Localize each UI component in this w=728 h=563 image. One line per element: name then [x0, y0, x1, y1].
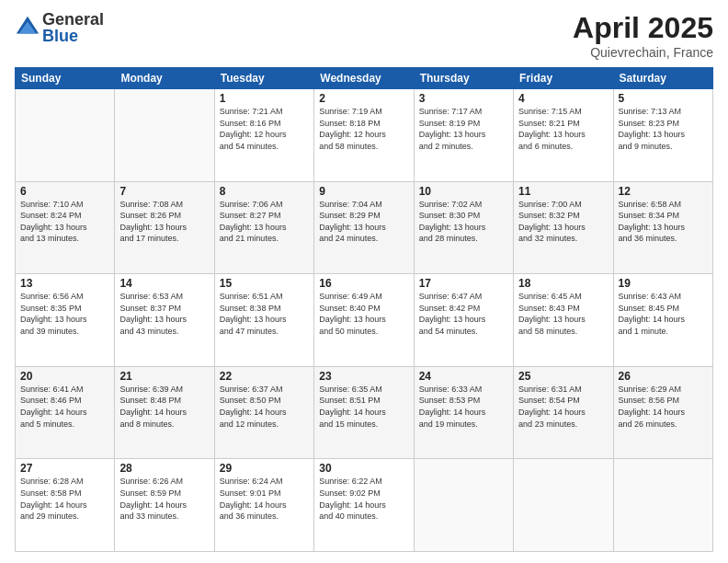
calendar-week-3: 13Sunrise: 6:56 AM Sunset: 8:35 PM Dayli… — [16, 274, 713, 367]
calendar-cell — [514, 459, 613, 552]
calendar-cell — [115, 89, 214, 182]
header-row: Sunday Monday Tuesday Wednesday Thursday… — [16, 68, 713, 89]
day-number: 7 — [119, 185, 209, 198]
calendar-cell: 10Sunrise: 7:02 AM Sunset: 8:30 PM Dayli… — [414, 181, 513, 274]
logo: General Blue — [15, 11, 104, 44]
day-info: Sunrise: 6:37 AM Sunset: 8:50 PM Dayligh… — [220, 384, 309, 430]
logo-icon — [15, 15, 40, 40]
day-info: Sunrise: 7:17 AM Sunset: 8:19 PM Dayligh… — [419, 106, 508, 152]
calendar-cell: 29Sunrise: 6:24 AM Sunset: 9:01 PM Dayli… — [214, 459, 313, 552]
day-info: Sunrise: 7:02 AM Sunset: 8:30 PM Dayligh… — [419, 199, 508, 245]
calendar-cell: 19Sunrise: 6:43 AM Sunset: 8:45 PM Dayli… — [613, 274, 712, 367]
col-thursday: Thursday — [414, 68, 513, 89]
location: Quievrechain, France — [573, 45, 713, 60]
calendar-cell: 21Sunrise: 6:39 AM Sunset: 8:48 PM Dayli… — [115, 366, 214, 459]
day-info: Sunrise: 7:10 AM Sunset: 8:24 PM Dayligh… — [20, 199, 109, 245]
calendar-table: Sunday Monday Tuesday Wednesday Thursday… — [15, 67, 713, 552]
day-info: Sunrise: 6:41 AM Sunset: 8:46 PM Dayligh… — [20, 384, 109, 430]
day-number: 5 — [619, 92, 708, 105]
calendar-cell: 14Sunrise: 6:53 AM Sunset: 8:37 PM Dayli… — [115, 274, 214, 367]
day-info: Sunrise: 7:08 AM Sunset: 8:26 PM Dayligh… — [119, 199, 209, 245]
day-number: 18 — [518, 277, 608, 290]
day-number: 14 — [119, 277, 209, 290]
day-number: 9 — [319, 185, 408, 198]
logo-text: General Blue — [42, 11, 104, 44]
day-number: 8 — [220, 185, 309, 198]
day-number: 3 — [419, 92, 508, 105]
day-number: 24 — [419, 370, 508, 383]
calendar-cell: 28Sunrise: 6:26 AM Sunset: 8:59 PM Dayli… — [115, 459, 214, 552]
day-info: Sunrise: 6:31 AM Sunset: 8:54 PM Dayligh… — [518, 384, 608, 430]
day-info: Sunrise: 6:51 AM Sunset: 8:38 PM Dayligh… — [220, 291, 309, 337]
day-info: Sunrise: 6:53 AM Sunset: 8:37 PM Dayligh… — [119, 291, 209, 337]
calendar-cell: 6Sunrise: 7:10 AM Sunset: 8:24 PM Daylig… — [16, 181, 115, 274]
calendar-cell: 12Sunrise: 6:58 AM Sunset: 8:34 PM Dayli… — [613, 181, 712, 274]
day-number: 28 — [119, 462, 209, 475]
day-number: 6 — [20, 185, 109, 198]
day-info: Sunrise: 6:49 AM Sunset: 8:40 PM Dayligh… — [319, 291, 408, 337]
day-info: Sunrise: 6:47 AM Sunset: 8:42 PM Dayligh… — [419, 291, 508, 337]
day-info: Sunrise: 6:39 AM Sunset: 8:48 PM Dayligh… — [119, 384, 209, 430]
day-info: Sunrise: 6:58 AM Sunset: 8:34 PM Dayligh… — [619, 199, 708, 245]
calendar-cell: 23Sunrise: 6:35 AM Sunset: 8:51 PM Dayli… — [314, 366, 414, 459]
day-number: 21 — [119, 370, 209, 383]
day-info: Sunrise: 6:43 AM Sunset: 8:45 PM Dayligh… — [619, 291, 708, 337]
col-monday: Monday — [115, 68, 214, 89]
day-info: Sunrise: 6:29 AM Sunset: 8:56 PM Dayligh… — [619, 384, 708, 430]
day-number: 17 — [419, 277, 508, 290]
calendar-cell: 7Sunrise: 7:08 AM Sunset: 8:26 PM Daylig… — [115, 181, 214, 274]
calendar-week-5: 27Sunrise: 6:28 AM Sunset: 8:58 PM Dayli… — [16, 459, 713, 552]
day-number: 22 — [220, 370, 309, 383]
day-info: Sunrise: 6:24 AM Sunset: 9:01 PM Dayligh… — [220, 476, 309, 522]
calendar-week-2: 6Sunrise: 7:10 AM Sunset: 8:24 PM Daylig… — [16, 181, 713, 274]
calendar-week-1: 1Sunrise: 7:21 AM Sunset: 8:16 PM Daylig… — [16, 89, 713, 182]
calendar-cell: 20Sunrise: 6:41 AM Sunset: 8:46 PM Dayli… — [16, 366, 115, 459]
calendar-cell: 4Sunrise: 7:15 AM Sunset: 8:21 PM Daylig… — [514, 89, 613, 182]
calendar-cell: 15Sunrise: 6:51 AM Sunset: 8:38 PM Dayli… — [214, 274, 313, 367]
calendar-cell: 25Sunrise: 6:31 AM Sunset: 8:54 PM Dayli… — [514, 366, 613, 459]
day-number: 4 — [518, 92, 608, 105]
calendar-cell: 26Sunrise: 6:29 AM Sunset: 8:56 PM Dayli… — [613, 366, 712, 459]
calendar-cell: 24Sunrise: 6:33 AM Sunset: 8:53 PM Dayli… — [414, 366, 513, 459]
day-number: 23 — [319, 370, 408, 383]
day-info: Sunrise: 7:06 AM Sunset: 8:27 PM Dayligh… — [220, 199, 309, 245]
day-number: 20 — [20, 370, 109, 383]
calendar-cell: 27Sunrise: 6:28 AM Sunset: 8:58 PM Dayli… — [16, 459, 115, 552]
day-info: Sunrise: 7:04 AM Sunset: 8:29 PM Dayligh… — [319, 199, 408, 245]
logo-general-text: General — [42, 11, 104, 28]
day-info: Sunrise: 6:45 AM Sunset: 8:43 PM Dayligh… — [518, 291, 608, 337]
day-info: Sunrise: 7:19 AM Sunset: 8:18 PM Dayligh… — [319, 106, 408, 152]
col-tuesday: Tuesday — [214, 68, 313, 89]
day-number: 27 — [20, 462, 109, 475]
header: General Blue April 2025 Quievrechain, Fr… — [15, 11, 713, 60]
day-info: Sunrise: 7:21 AM Sunset: 8:16 PM Dayligh… — [220, 106, 309, 152]
day-info: Sunrise: 7:15 AM Sunset: 8:21 PM Dayligh… — [518, 106, 608, 152]
day-info: Sunrise: 6:35 AM Sunset: 8:51 PM Dayligh… — [319, 384, 408, 430]
day-number: 11 — [518, 185, 608, 198]
day-info: Sunrise: 6:26 AM Sunset: 8:59 PM Dayligh… — [119, 476, 209, 522]
month-title: April 2025 — [573, 11, 713, 45]
calendar-body: 1Sunrise: 7:21 AM Sunset: 8:16 PM Daylig… — [16, 89, 713, 552]
calendar-cell — [414, 459, 513, 552]
day-info: Sunrise: 6:56 AM Sunset: 8:35 PM Dayligh… — [20, 291, 109, 337]
day-number: 30 — [319, 462, 408, 475]
calendar-cell — [16, 89, 115, 182]
calendar-cell: 16Sunrise: 6:49 AM Sunset: 8:40 PM Dayli… — [314, 274, 414, 367]
calendar-cell: 22Sunrise: 6:37 AM Sunset: 8:50 PM Dayli… — [214, 366, 313, 459]
calendar-header: Sunday Monday Tuesday Wednesday Thursday… — [16, 68, 713, 89]
day-info: Sunrise: 7:13 AM Sunset: 8:23 PM Dayligh… — [619, 106, 708, 152]
col-friday: Friday — [514, 68, 613, 89]
day-info: Sunrise: 6:22 AM Sunset: 9:02 PM Dayligh… — [319, 476, 408, 522]
col-saturday: Saturday — [613, 68, 712, 89]
calendar-cell: 2Sunrise: 7:19 AM Sunset: 8:18 PM Daylig… — [314, 89, 414, 182]
day-number: 26 — [619, 370, 708, 383]
day-info: Sunrise: 6:33 AM Sunset: 8:53 PM Dayligh… — [419, 384, 508, 430]
day-number: 10 — [419, 185, 508, 198]
calendar-cell: 5Sunrise: 7:13 AM Sunset: 8:23 PM Daylig… — [613, 89, 712, 182]
day-number: 12 — [619, 185, 708, 198]
day-number: 13 — [20, 277, 109, 290]
calendar-cell: 30Sunrise: 6:22 AM Sunset: 9:02 PM Dayli… — [314, 459, 414, 552]
day-info: Sunrise: 7:00 AM Sunset: 8:32 PM Dayligh… — [518, 199, 608, 245]
calendar-cell: 17Sunrise: 6:47 AM Sunset: 8:42 PM Dayli… — [414, 274, 513, 367]
calendar-cell: 8Sunrise: 7:06 AM Sunset: 8:27 PM Daylig… — [214, 181, 313, 274]
